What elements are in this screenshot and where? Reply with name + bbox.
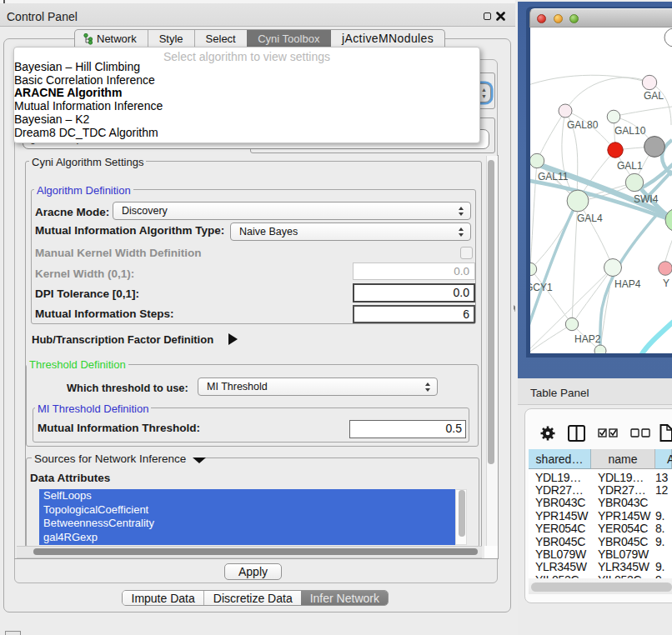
svg-text:Y: Y (663, 278, 669, 289)
svg-text:GAL: GAL (644, 90, 664, 102)
svg-text:HAP2: HAP2 (574, 333, 601, 345)
svg-text:GCY1: GCY1 (530, 282, 553, 293)
svg-text:GAL11: GAL11 (538, 171, 569, 182)
svg-text:HAP4: HAP4 (614, 278, 641, 290)
svg-text:SWI4: SWI4 (634, 193, 659, 205)
svg-text:GAL1: GAL1 (617, 160, 643, 172)
svg-text:GAL80: GAL80 (567, 119, 599, 131)
svg-text:GAL10: GAL10 (614, 125, 646, 137)
svg-text:GAL4: GAL4 (577, 212, 603, 224)
